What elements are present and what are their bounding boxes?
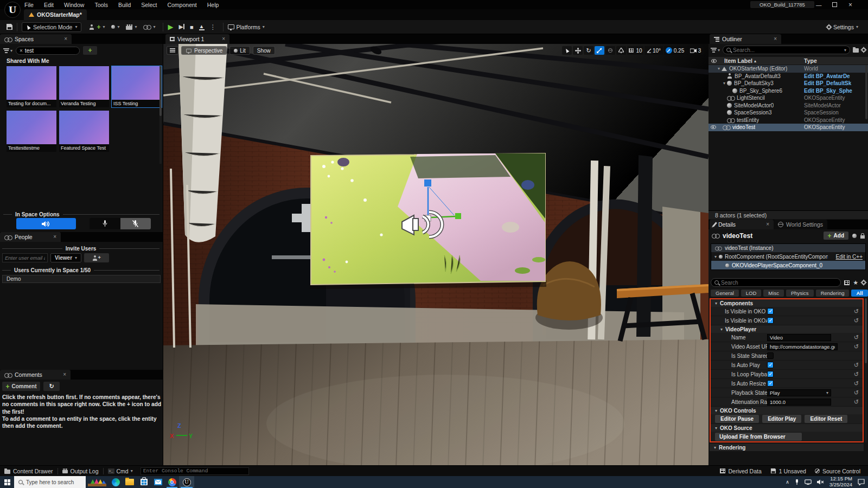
reset-icon[interactable]: ↺ [854,309,859,314]
details-scrollbar[interactable] [865,298,867,442]
scale-snap-toggle[interactable]: 0.25 [664,46,686,55]
tray-chevron-icon[interactable]: ∧ [786,479,789,485]
selection-mode-dropdown[interactable]: Selection Mode ▾ [22,22,81,32]
section-components[interactable]: ▾Components [711,299,863,307]
output-log-button[interactable]: Output Log [62,468,99,474]
derived-data-button[interactable]: Derived Data [720,468,761,474]
edit-in-cpp-link[interactable]: Edit in C++ [836,254,863,260]
close-icon[interactable]: × [63,372,66,377]
space-tile-veranda-testing[interactable]: Veranda Testing [59,66,109,107]
tray-network-icon[interactable] [805,479,812,485]
close-icon[interactable]: × [774,36,777,42]
mic-on-button[interactable] [90,218,120,229]
tab-comments[interactable]: Comments × [0,370,71,380]
outliner-row-testentity[interactable]: testEntityOKOSpaceEntity [709,117,868,124]
menu-component[interactable]: Component [167,1,197,9]
tab-okostartermap[interactable]: OKOStarterMap* [24,9,87,20]
cmd-dropdown[interactable]: >_ Cmd ▾ [108,468,133,474]
checkbox-is-auto-play[interactable] [767,362,774,368]
reset-icon[interactable]: ↺ [854,318,859,324]
outliner-row-spacesession3[interactable]: SpaceSession3SpaceSession [709,109,868,117]
outliner-row-sitemodelactor0[interactable]: SiteModelActor0SiteModelActor [709,102,868,110]
favorites-star-icon[interactable]: ★ [853,280,858,286]
tab-details[interactable]: Details × [710,220,774,229]
tab-people[interactable]: People × [0,232,61,242]
tab-outliner[interactable]: Outliner × [710,34,781,44]
perspective-dropdown[interactable]: Perspective [181,46,227,55]
add-space-button[interactable]: + [83,46,97,55]
taskbar-search-input[interactable]: Type here to search [14,476,86,488]
close-icon[interactable]: × [53,234,56,240]
taskbar-chrome-icon[interactable] [165,476,179,488]
section-videoplayer[interactable]: ▾VideoPlayer [711,325,863,333]
console-command-input[interactable] [141,467,249,475]
space-tile-featured-space-test[interactable]: Featured Space Test [59,111,109,152]
reset-icon[interactable]: ↺ [854,371,859,377]
reset-icon[interactable]: ↺ [854,362,859,368]
viewport-3d-scene[interactable]: Z X Y Perspective Lit S [163,44,709,465]
tree-row-rootcomponent[interactable]: ▾ RootComponent (RootSpaceEntityComponen… [711,252,865,261]
menu-edit[interactable]: Edit [43,1,54,9]
attenuation-radius-input[interactable] [767,399,831,406]
spaces-search-input[interactable]: × test [16,47,80,55]
tree-row-videoplayer-component[interactable]: OKOVideoPlayerSpaceComponent_0 [711,261,865,269]
checkbox-is-visible-in-okoar[interactable] [767,317,774,324]
role-dropdown[interactable]: Viewer ▾ [50,253,81,262]
close-icon[interactable]: × [766,222,769,227]
close-button[interactable]: × [848,1,852,9]
visibility-column-icon[interactable] [711,59,717,63]
taskbar-mail-icon[interactable] [151,476,165,488]
source-control-button[interactable]: Source Control [815,468,860,474]
tab-viewport-1[interactable]: Viewport 1 × [165,34,229,44]
show-dropdown[interactable]: Show [253,46,275,55]
tab-world-settings[interactable]: World Settings [774,220,827,229]
add-actor-button[interactable]: +▾ [89,24,105,30]
display-options-icon[interactable] [844,280,850,285]
play-button[interactable]: ▶ [168,23,173,31]
menu-build[interactable]: Build [118,1,131,9]
spaces-scrollbar[interactable] [159,66,162,164]
reset-icon[interactable]: ↺ [854,381,859,387]
camera-speed[interactable]: 3 [687,46,704,55]
stop-button[interactable]: ■ [190,24,194,30]
taskbar-edge-icon[interactable] [108,476,123,488]
tree-row-instance[interactable]: videoTest (Instance) [711,244,865,252]
save-icon[interactable] [7,24,12,30]
outliner-row-lightstencil[interactable]: LightStencilOKOSpaceEntity [709,94,868,102]
outliner-row-bp-defaultsky3[interactable]: ▾BP_DefaultSky3Edit BP_DefaultSk [709,80,868,87]
editor-play-button[interactable]: Editor Play [762,415,801,423]
refresh-comments-button[interactable]: ↻ [43,382,60,391]
tab-lod[interactable]: LOD [741,290,762,297]
section-oko-source[interactable]: ▾OKO Source [711,424,863,432]
video-asset-url-input[interactable] [767,343,838,350]
tray-usb-icon[interactable] [795,479,799,485]
menu-window[interactable]: Window [63,1,85,9]
add-comment-button[interactable]: + Comment [2,382,40,391]
outliner-row-bp-avatardefault3[interactable]: BP_AvatarDefault3Edit BP_AvatarDe [709,73,868,80]
outliner-row-bp-sky-sphere6[interactable]: BP_Sky_Sphere6Edit BP_Sky_Sphe [709,87,868,95]
start-button[interactable] [0,476,14,488]
upload-file-button[interactable]: Upload File from Browser [715,433,802,441]
move-tool[interactable] [573,46,583,55]
platforms-dropdown[interactable]: Platforms ▾ [228,24,265,30]
maximize-button[interactable] [832,2,837,7]
checkbox-is-auto-resize[interactable] [767,380,774,387]
world-space-toggle[interactable] [605,46,615,55]
section-oko-controls[interactable]: ▾OKO Controls [711,407,863,414]
create-folder-icon[interactable] [853,48,859,53]
rotate-tool[interactable]: ↻ [584,46,593,55]
tray-notifications-icon[interactable] [858,479,865,485]
outliner-row-okostartermap[interactable]: ▾OKOStarterMap (Editor)World [709,65,868,73]
reset-icon[interactable]: ↺ [854,335,859,341]
editor-reset-button[interactable]: Editor Reset [805,415,847,423]
editor-pause-button[interactable]: Editor Pause [715,415,759,423]
space-tile-testtesttestme[interactable]: Testtesttestme [7,111,56,152]
item-label-column[interactable]: Item Label [724,57,752,64]
reset-icon[interactable]: ↺ [854,344,859,350]
add-user-button[interactable]: + [84,253,109,262]
close-icon[interactable]: × [64,36,67,42]
close-icon[interactable]: × [222,36,225,42]
type-column[interactable]: Type [804,57,817,64]
surface-snap-toggle[interactable] [616,46,626,55]
tray-volume-muted-icon[interactable] [817,479,824,485]
